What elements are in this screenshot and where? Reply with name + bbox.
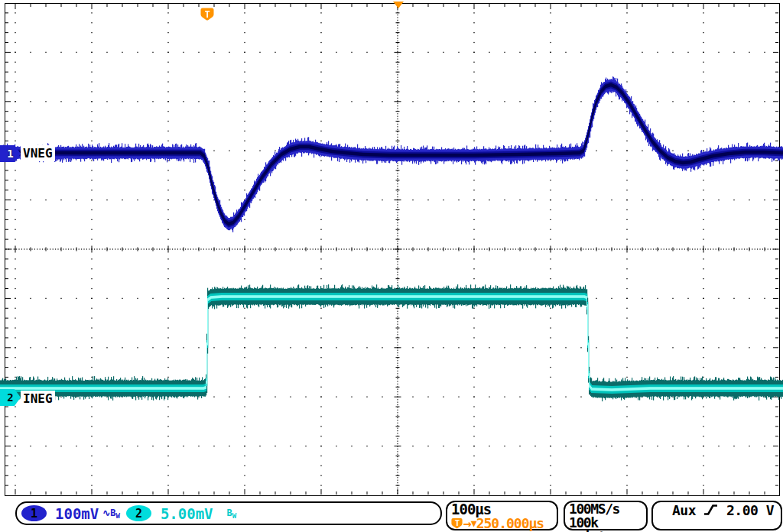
delay-reference-marker[interactable] xyxy=(393,2,404,8)
ac-coupling-icon: ∿ xyxy=(102,508,110,518)
channel-readout-box[interactable]: 1 100mV ∿BW 2 5.00mV BW xyxy=(15,501,442,525)
svg-text:T: T xyxy=(204,9,210,20)
rising-edge-icon xyxy=(703,503,719,517)
acquisition-readout-box[interactable]: 100MS/s 100k points xyxy=(564,501,648,530)
ch1-scale-readout: 100mV xyxy=(55,505,99,522)
delay-value: 250.000µs xyxy=(476,517,544,530)
ch2-marker-number: 2 xyxy=(7,391,13,404)
ch2-bandwidth-icon: BW xyxy=(227,508,237,520)
trigger-shield-icon-small: T xyxy=(451,517,463,530)
bandwidth-limit-icon: BW xyxy=(110,508,120,518)
waveform-display xyxy=(0,0,783,498)
delay-triangle-icon: ▼ xyxy=(471,517,476,530)
ch1-coupling-bandwidth-icons: ∿BW xyxy=(102,508,120,520)
trigger-shield-icon: T xyxy=(200,8,214,21)
trigger-position-marker[interactable]: T xyxy=(200,8,214,21)
trigger-source: Aux xyxy=(672,503,696,518)
oscilloscope-screen: T 1 VNEG 2 INEG 1 100mV ∿BW 2 5.00mV BW … xyxy=(0,0,783,532)
record-length: 100k points xyxy=(569,516,642,532)
trigger-delay-readout: T →▼250.000µs xyxy=(451,517,553,530)
ch2-badge-number: 2 xyxy=(135,507,142,521)
trigger-readout-box[interactable]: Aux 2.00 V xyxy=(651,501,782,530)
delay-arrow: → xyxy=(463,517,471,530)
ch2-scale-readout: 5.00mV xyxy=(161,505,213,522)
ch1-marker-number: 1 xyxy=(7,148,13,160)
ch1-badge-number: 1 xyxy=(31,507,37,521)
ch2-badge[interactable]: 2 xyxy=(126,505,151,521)
timebase-readout-box[interactable]: 100µs T →▼250.000µs xyxy=(446,501,558,530)
ch1-badge[interactable]: 1 xyxy=(21,505,47,521)
ch2-trace-label: INEG xyxy=(21,391,55,407)
ch1-trace-label: VNEG xyxy=(21,145,55,161)
trigger-level: 2.00 V xyxy=(726,503,774,518)
